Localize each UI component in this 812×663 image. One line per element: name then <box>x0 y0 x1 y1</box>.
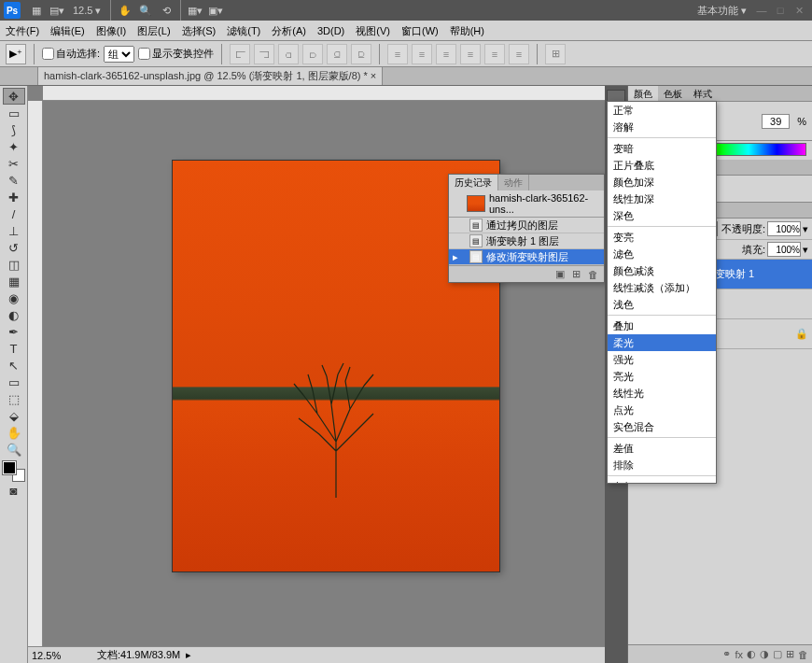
history-item[interactable]: ▤ 渐变映射 1 图层 <box>449 233 604 249</box>
menu-filter[interactable]: 滤镜(T) <box>221 21 266 41</box>
brush-tool[interactable]: / <box>3 205 25 222</box>
distribute-icon[interactable]: ≡ <box>387 44 408 64</box>
fx-icon[interactable]: fx <box>735 649 743 660</box>
auto-select-check[interactable]: 自动选择: <box>42 47 100 61</box>
type-tool[interactable]: T <box>3 340 25 357</box>
document-tab[interactable]: hamish-clark-365162-unsplash.jpg @ 12.5%… <box>37 66 383 85</box>
blend-mode-option[interactable]: 色相 <box>608 478 716 484</box>
tab-swatches[interactable]: 色板 <box>658 86 688 101</box>
link-icon[interactable]: ⚭ <box>722 648 731 660</box>
mask-icon[interactable]: ◐ <box>747 648 756 660</box>
trash-icon[interactable]: 🗑 <box>798 649 808 660</box>
align-icon[interactable]: ⫑ <box>327 44 347 64</box>
quickmask-icon[interactable]: ◙ <box>3 482 25 499</box>
menu-help[interactable]: 帮助(H) <box>444 21 490 41</box>
opacity-input[interactable] <box>767 221 801 236</box>
eyedropper-tool[interactable]: ✎ <box>3 172 25 189</box>
maximize-icon[interactable]: □ <box>773 3 788 18</box>
marquee-tool[interactable]: ▭ <box>3 105 25 121</box>
move-tool-preset[interactable]: ▶⁺ <box>6 44 26 64</box>
bridge-icon[interactable]: ▦ <box>28 2 45 19</box>
blend-mode-option[interactable]: 亮光 <box>608 368 716 385</box>
status-docsize[interactable]: 文档:41.9M/83.9M <box>97 648 180 662</box>
lasso-tool[interactable]: ⟆ <box>3 121 25 138</box>
history-item[interactable]: ▸ ▤ 修改渐变映射图层 <box>449 249 604 265</box>
tab-styles[interactable]: 样式 <box>688 86 718 101</box>
move-tool[interactable]: ✥ <box>3 88 25 105</box>
dodge-tool[interactable]: ◐ <box>3 306 25 323</box>
folder-icon[interactable]: ▢ <box>773 648 782 660</box>
trash-icon[interactable]: 🗑 <box>588 269 598 280</box>
adjustment-icon[interactable]: ◑ <box>760 648 769 660</box>
hand-icon[interactable]: ✋ <box>117 2 133 19</box>
path-tool[interactable]: ↖ <box>3 357 25 374</box>
distribute-icon[interactable]: ≡ <box>484 44 505 64</box>
color-value-input[interactable] <box>762 114 790 129</box>
camera-icon[interactable]: ▣ <box>555 268 565 280</box>
distribute-icon[interactable]: ≡ <box>460 44 481 64</box>
blend-mode-option[interactable]: 溶解 <box>608 119 716 135</box>
menu-select[interactable]: 选择(S) <box>176 21 222 41</box>
blend-mode-option[interactable]: 颜色减淡 <box>608 262 716 279</box>
arrange-icon[interactable]: ▦▾ <box>187 2 203 19</box>
blend-mode-option[interactable]: 变暗 <box>608 140 716 157</box>
menu-image[interactable]: 图像(I) <box>91 21 132 41</box>
stamp-tool[interactable]: ⊥ <box>3 222 25 239</box>
align-icon[interactable]: ⫎ <box>254 44 274 64</box>
blend-mode-option[interactable]: 滤色 <box>608 246 716 262</box>
blend-mode-option[interactable]: 正片叠底 <box>608 157 716 174</box>
blend-mode-option[interactable]: 浅色 <box>608 296 716 313</box>
gradient-tool[interactable]: ▦ <box>3 273 25 289</box>
auto-align-icon[interactable]: ⊞ <box>545 44 566 64</box>
distribute-icon[interactable]: ≡ <box>412 44 432 64</box>
menu-file[interactable]: 文件(F) <box>0 21 45 41</box>
align-icon[interactable]: ⫍ <box>230 44 250 64</box>
distribute-icon[interactable]: ≡ <box>436 44 456 64</box>
blend-mode-option[interactable]: 排除 <box>608 457 716 473</box>
blend-mode-option[interactable]: 颜色加深 <box>608 174 716 190</box>
history-brush-tool[interactable]: ↺ <box>3 239 25 256</box>
align-icon[interactable]: ⫐ <box>302 44 323 64</box>
menu-analysis[interactable]: 分析(A) <box>266 21 312 41</box>
tab-color[interactable]: 颜色 <box>628 86 658 101</box>
workspace-switcher[interactable]: 基本功能 ▾ <box>697 4 747 18</box>
history-item[interactable]: ▤ 通过拷贝的图层 <box>449 218 604 233</box>
3d-tool[interactable]: ⬚ <box>3 390 25 407</box>
menu-edit[interactable]: 编辑(E) <box>45 21 91 41</box>
tab-actions[interactable]: 动作 <box>498 175 529 190</box>
blend-mode-option[interactable]: 柔光 <box>608 334 716 351</box>
shape-tool[interactable]: ▭ <box>3 374 25 390</box>
layout-icon[interactable]: ▤▾ <box>49 2 65 19</box>
menu-3d[interactable]: 3D(D) <box>312 21 350 41</box>
align-icon[interactable]: ⫏ <box>278 44 299 64</box>
blend-mode-option[interactable]: 变亮 <box>608 229 716 246</box>
screen-icon[interactable]: ▣▾ <box>207 2 224 19</box>
hand-tool[interactable]: ✋ <box>3 424 25 441</box>
distribute-icon[interactable]: ≡ <box>509 44 529 64</box>
wand-tool[interactable]: ✦ <box>3 138 25 155</box>
crop-tool[interactable]: ✂ <box>3 155 25 172</box>
blend-mode-option[interactable]: 线性光 <box>608 385 716 402</box>
status-zoom[interactable]: 12.5% <box>32 650 78 661</box>
foreground-background-swatch[interactable] <box>3 461 25 482</box>
minimize-icon[interactable]: — <box>754 3 769 18</box>
blend-mode-option[interactable]: 叠加 <box>608 317 716 334</box>
align-icon[interactable]: ⫒ <box>351 44 371 64</box>
new-layer-icon[interactable]: ⊞ <box>786 648 794 660</box>
menu-window[interactable]: 窗口(W) <box>396 21 444 41</box>
blur-tool[interactable]: ◉ <box>3 289 25 306</box>
show-transform-check[interactable]: 显示变换控件 <box>138 47 214 61</box>
history-source-row[interactable]: hamish-clark-365162-uns... <box>449 190 604 218</box>
auto-select-target[interactable]: 组 <box>104 46 134 63</box>
blend-mode-option[interactable]: 差值 <box>608 440 716 457</box>
blend-mode-option[interactable]: 深色 <box>608 207 716 224</box>
3d-camera-tool[interactable]: ⬙ <box>3 407 25 424</box>
zoom-icon[interactable]: 🔍 <box>137 2 154 19</box>
blend-mode-option[interactable]: 线性加深 <box>608 190 716 207</box>
menu-view[interactable]: 视图(V) <box>350 21 396 41</box>
new-icon[interactable]: ⊞ <box>572 268 581 280</box>
blend-mode-option[interactable]: 强光 <box>608 351 716 368</box>
zoom-level[interactable]: 12.5 ▾ <box>73 5 101 17</box>
healing-tool[interactable]: ✚ <box>3 189 25 205</box>
blend-mode-option[interactable]: 实色混合 <box>608 418 716 435</box>
